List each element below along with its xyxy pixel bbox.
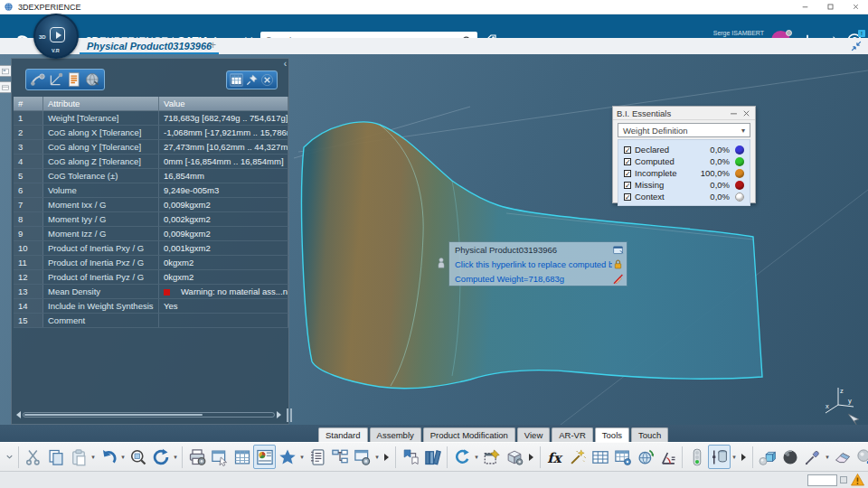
restore-viewport-icon[interactable] [850, 40, 863, 52]
zoom-area-icon[interactable] [127, 445, 149, 469]
action-tab-view[interactable]: View [517, 427, 550, 442]
table-view-icon[interactable] [230, 73, 243, 87]
lock-weight-icon[interactable] [612, 258, 624, 270]
toolbar-more-arrow[interactable] [384, 454, 389, 461]
paste-icon[interactable] [67, 445, 90, 469]
resize-grip[interactable] [840, 476, 847, 483]
table-gear-icon[interactable] [611, 445, 634, 469]
pin-icon[interactable] [245, 73, 259, 87]
table-row[interactable]: 15Comment [14, 314, 288, 328]
dropdown-caret[interactable]: ▾ [90, 454, 97, 461]
dropdown-caret[interactable]: ▾ [473, 454, 480, 461]
angle-constraint-icon[interactable] [656, 445, 679, 469]
toolbar-more-arrow[interactable] [529, 454, 533, 461]
flow-icon[interactable] [328, 445, 351, 469]
measure-tool-icon[interactable] [30, 71, 46, 88]
bi-close-icon[interactable] [741, 108, 751, 118]
checkbox[interactable]: ✓ [624, 158, 631, 165]
table-row[interactable]: 2CoG along X [Tolerance]-1,068mm [-17,92… [14, 126, 288, 140]
callout-hyperlink[interactable]: Click this hyperlink to replace computed… [455, 259, 612, 269]
notes-icon[interactable] [306, 445, 328, 469]
table-row[interactable]: 7Moment Ixx / G0,009kgxm2 [14, 198, 288, 212]
collapse-chevron-icon[interactable] [3, 445, 15, 469]
scrollbar-track[interactable] [23, 412, 275, 418]
dropdown-caret[interactable]: ▾ [824, 454, 831, 461]
sphere-add-icon[interactable] [854, 445, 868, 469]
cut-icon[interactable] [22, 445, 44, 469]
checkbox[interactable]: ✓ [624, 182, 631, 189]
box-gear-icon[interactable] [503, 445, 525, 469]
table-icon[interactable] [231, 445, 253, 469]
table-row[interactable]: 9Moment Izz / G0,009kgxm2 [14, 227, 288, 241]
material-sphere-icon[interactable] [778, 445, 801, 469]
action-tab-touch[interactable]: Touch [631, 427, 668, 442]
product-window-icon[interactable] [612, 244, 624, 256]
table-row[interactable]: 13Mean DensityWarning: no material ass..… [14, 285, 288, 299]
table-row[interactable]: 12Product of Inertia Pyz / G0kgxm2 [14, 270, 288, 285]
copy-icon[interactable] [44, 445, 67, 469]
globe-sync-icon[interactable] [634, 445, 656, 469]
database-slider-icon[interactable] [708, 445, 731, 469]
design-table-icon[interactable] [589, 445, 611, 469]
report-icon[interactable] [66, 71, 82, 88]
action-tab-product-modification[interactable]: Product Modification [423, 427, 515, 442]
action-tab-tools[interactable]: Tools [595, 427, 629, 442]
refresh-icon[interactable] [149, 445, 172, 469]
3d-compass-button[interactable]: 3D V.R [33, 14, 79, 59]
3d-viewport[interactable]: z x y ‹ # Attribute Value [0, 54, 868, 425]
toolbar-more-arrow[interactable] [741, 454, 746, 461]
command-input[interactable] [807, 474, 837, 486]
checkbox[interactable]: ✓ [624, 170, 631, 177]
bi-minimize-icon[interactable] [729, 108, 739, 118]
checkbox[interactable]: ✓ [624, 193, 631, 201]
eyedropper-icon[interactable] [801, 445, 824, 469]
panel-select-icon[interactable] [208, 445, 231, 469]
pin-table-icon[interactable] [480, 445, 503, 469]
panel-splitter-handle[interactable] [287, 408, 293, 422]
close-icon[interactable] [260, 73, 274, 87]
dropdown-caret[interactable]: ▾ [119, 454, 127, 461]
wand-icon[interactable] [566, 445, 589, 469]
table-row[interactable]: 14Include in Weight SynthesisYes [14, 299, 288, 314]
panel-collapse-chevron[interactable]: ‹ [284, 60, 287, 69]
measure-axis-icon[interactable] [48, 71, 64, 88]
action-tab-assembly[interactable]: Assembly [370, 427, 421, 442]
globe-tool-icon[interactable] [84, 71, 100, 88]
scrollbar-thumb[interactable] [24, 414, 203, 416]
table-row[interactable]: 11Product of Inertia Pxz / G0kgxm2 [14, 256, 288, 270]
warning-icon[interactable] [850, 473, 865, 487]
bi-filter-dropdown[interactable]: Weight Definition ▾ [618, 123, 750, 137]
favorites-icon[interactable] [276, 445, 298, 469]
undo-icon[interactable] [97, 445, 119, 469]
dropdown-caret[interactable]: ▾ [298, 454, 306, 461]
window-gear-icon[interactable] [351, 445, 373, 469]
bookmark-tree-icon[interactable] [399, 445, 421, 469]
dropdown-caret[interactable]: ▾ [373, 454, 381, 461]
minimize-button[interactable] [792, 0, 817, 14]
table-row[interactable]: 3CoG along Y [Tolerance]27,473mm [10,62m… [14, 140, 288, 155]
action-tab-standard[interactable]: Standard [318, 427, 368, 442]
action-tab-ar-vr[interactable]: AR-VR [552, 427, 593, 442]
formula-icon[interactable]: fx [543, 445, 566, 469]
panel-horizontal-scrollbar[interactable] [16, 410, 281, 418]
table-row[interactable]: 4CoG along Z [Tolerance]0mm [-16,854mm .… [14, 155, 288, 169]
update-icon[interactable] [450, 445, 473, 469]
scroll-left-arrow[interactable] [16, 411, 21, 418]
table-row[interactable]: 10Product of Inertia Pxy / G0,001kgxm2 [14, 241, 288, 256]
no-edit-icon[interactable] [612, 273, 624, 285]
document-tab[interactable]: Physical Product03193966 [80, 38, 219, 54]
callout-computed-weight[interactable]: Computed Weight=718,683g [455, 274, 612, 284]
new-tab-button[interactable]: + [210, 39, 216, 52]
table-row[interactable]: 6Volume9,249e-005m3 [14, 183, 288, 198]
table-row[interactable]: 8Moment Iyy / G0,002kgxm2 [14, 212, 288, 227]
maximize-button[interactable] [817, 0, 843, 14]
table-row[interactable]: 1Weight [Tolerance]718,683g [682,749g ..… [14, 111, 288, 126]
dropdown-caret[interactable]: ▾ [731, 454, 738, 461]
scroll-right-arrow[interactable] [277, 411, 281, 418]
dropdown-caret[interactable]: ▾ [172, 454, 179, 461]
print-icon[interactable] [185, 445, 208, 469]
cube-sphere-icon[interactable] [756, 445, 778, 469]
table-row[interactable]: 5CoG Tolerance (±)16,854mm [14, 169, 288, 183]
dashboard-icon[interactable] [253, 445, 276, 469]
eraser-icon[interactable] [831, 445, 854, 469]
